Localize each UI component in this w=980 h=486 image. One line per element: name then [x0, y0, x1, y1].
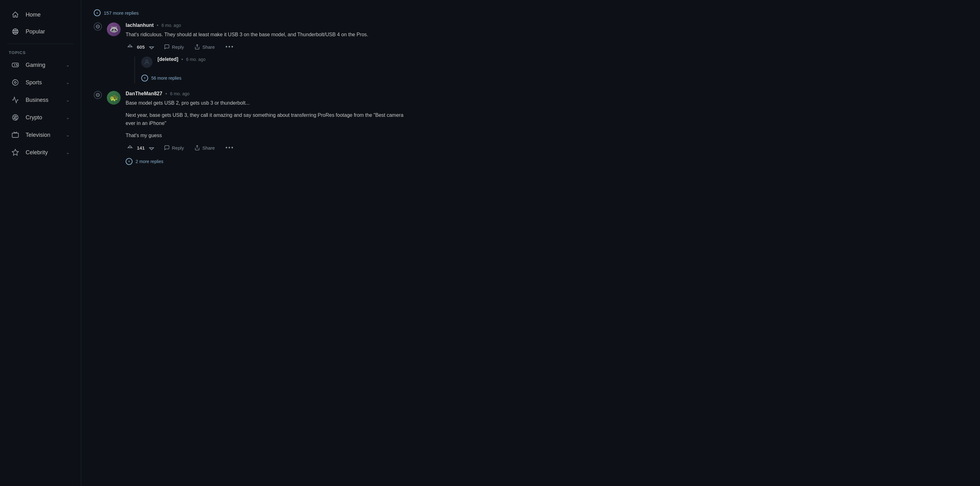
nested-comments-2: + 2 more replies	[126, 156, 406, 167]
avatar-deleted	[141, 57, 153, 68]
sidebar-item-celebrity-label: Celebrity	[25, 149, 48, 156]
svg-point-18	[146, 60, 148, 62]
downvote-btn-2[interactable]	[147, 144, 156, 151]
nested-more-replies-1[interactable]: + 56 more replies	[141, 73, 406, 83]
comments-area: + 157 more replies 🦝 lachlanhunt • 6 mo.…	[94, 0, 406, 181]
comment-time-dan: 6 mo. ago	[170, 91, 189, 96]
comment-header-dan: DanTheMan827 • 6 mo. ago	[126, 91, 406, 97]
comment-dan: 🐢 DanTheMan827 • 6 mo. ago Base model ge…	[94, 91, 406, 167]
top-more-replies[interactable]: + 157 more replies	[94, 6, 406, 22]
sidebar-item-gaming-label: Gaming	[25, 62, 45, 68]
nested-more-replies-text-2: 2 more replies	[135, 159, 164, 164]
share-btn-2[interactable]: Share	[192, 144, 217, 152]
sidebar-divider	[8, 44, 73, 44]
comment-body-lachlanhunt: lachlanhunt • 6 mo. ago That's ridiculou…	[126, 22, 406, 83]
comment-lachlanhunt: 🦝 lachlanhunt • 6 mo. ago That's ridicul…	[94, 22, 406, 83]
sidebar-item-sports[interactable]: Sports ⌄	[3, 74, 78, 91]
sports-chevron-icon: ⌄	[66, 80, 70, 85]
comment-actions-lachlanhunt: 605 Reply	[126, 43, 406, 52]
reply-btn-1[interactable]: Reply	[162, 43, 186, 51]
sidebar-item-crypto[interactable]: Crypto ⌄	[3, 109, 78, 125]
nested-more-replies-text-1: 56 more replies	[151, 76, 181, 81]
gaming-chevron-icon: ⌄	[66, 62, 70, 67]
top-more-replies-circle-icon: +	[94, 10, 100, 16]
comment-actions-dan: 141 Reply	[126, 143, 406, 152]
topics-label: TOPICS	[0, 48, 81, 56]
comment-username-deleted: [deleted]	[158, 57, 178, 62]
more-options-btn-1[interactable]: •••	[223, 43, 237, 52]
vote-section-1: 605	[126, 43, 156, 51]
comment-body-dan: DanTheMan827 • 6 mo. ago Base model gets…	[126, 91, 406, 167]
sidebar-item-popular-label: Popular	[25, 29, 45, 35]
upvote-btn-2[interactable]	[126, 144, 134, 151]
vote-count-1: 605	[137, 44, 145, 50]
comment-time-deleted: 6 mo. ago	[186, 57, 205, 62]
sports-icon	[11, 78, 19, 87]
comment-text-dan-1: Base model gets USB 2, pro gets usb 3 or…	[126, 99, 406, 140]
comment-username-lachlanhunt[interactable]: lachlanhunt	[126, 22, 154, 28]
sidebar-item-business-label: Business	[25, 97, 48, 103]
nested-comments-1: [deleted] • 6 mo. ago + 56 more replies	[134, 57, 406, 83]
comment-header-deleted: [deleted] • 6 mo. ago	[158, 57, 406, 62]
sidebar-item-celebrity[interactable]: Celebrity ⌄	[3, 144, 78, 160]
comment-collapse-btn-2[interactable]	[94, 91, 102, 99]
vote-count-2: 141	[137, 145, 145, 151]
celebrity-icon	[11, 148, 19, 156]
upvote-btn-1[interactable]	[126, 43, 134, 51]
comment-time-lachlanhunt: 6 mo. ago	[162, 23, 181, 28]
downvote-btn-1[interactable]	[147, 43, 156, 51]
svg-point-6	[17, 65, 18, 65]
more-options-btn-2[interactable]: •••	[223, 143, 237, 152]
sidebar-item-television[interactable]: Television ⌄	[3, 127, 78, 143]
crypto-icon	[11, 113, 19, 122]
crypto-chevron-icon: ⌄	[66, 115, 70, 120]
comment-body-deleted: [deleted] • 6 mo. ago	[158, 57, 406, 68]
nested-more-replies-2[interactable]: + 2 more replies	[126, 156, 406, 167]
sidebar-item-sports-label: Sports	[25, 79, 42, 86]
comment-deleted: [deleted] • 6 mo. ago	[141, 57, 406, 68]
reply-btn-2[interactable]: Reply	[162, 144, 186, 152]
comment-username-dan[interactable]: DanTheMan827	[126, 91, 162, 97]
celebrity-chevron-icon: ⌄	[66, 150, 70, 155]
svg-rect-12	[12, 133, 18, 137]
sidebar-item-home-label: Home	[25, 11, 41, 18]
sidebar: Home Popular TOPICS	[0, 0, 81, 486]
business-icon	[11, 96, 19, 104]
comment-collapse-btn-1[interactable]	[94, 22, 102, 30]
nested-more-replies-circle-icon: +	[141, 75, 148, 81]
share-btn-1[interactable]: Share	[192, 43, 217, 51]
svg-marker-14	[12, 149, 18, 155]
sidebar-item-home[interactable]: Home	[3, 7, 78, 22]
main-content: + 157 more replies 🦝 lachlanhunt • 6 mo.…	[81, 0, 980, 486]
svg-point-8	[14, 81, 16, 83]
sidebar-item-gaming[interactable]: Gaming ⌄	[3, 57, 78, 73]
vote-section-2: 141	[126, 144, 156, 151]
television-icon	[11, 131, 19, 139]
home-icon	[11, 11, 19, 19]
business-chevron-icon: ⌄	[66, 97, 70, 102]
sidebar-item-crypto-label: Crypto	[25, 114, 42, 121]
avatar-dan: 🐢	[107, 91, 121, 105]
top-more-replies-text: 157 more replies	[104, 10, 139, 16]
popular-icon	[11, 27, 19, 36]
sidebar-item-popular[interactable]: Popular	[3, 24, 78, 39]
avatar-lachlanhunt: 🦝	[107, 22, 121, 36]
television-chevron-icon: ⌄	[66, 132, 70, 137]
sidebar-item-television-label: Television	[25, 132, 50, 138]
gaming-icon	[11, 61, 19, 69]
nested-more-replies-circle-icon-2: +	[126, 158, 132, 165]
comment-text-lachlanhunt: That's ridiculous. They should at least …	[126, 30, 406, 39]
sidebar-item-business[interactable]: Business ⌄	[3, 92, 78, 108]
comment-header-lachlanhunt: lachlanhunt • 6 mo. ago	[126, 22, 406, 28]
